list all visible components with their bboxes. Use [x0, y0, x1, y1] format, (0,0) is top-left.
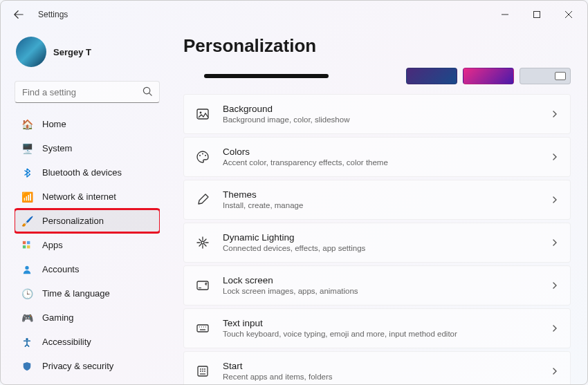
svg-rect-19: [199, 288, 201, 288]
theme-thumbnail[interactable]: [463, 68, 514, 84]
close-button[interactable]: [553, 3, 585, 26]
setting-themes[interactable]: ThemesInstall, create, manage: [183, 180, 571, 220]
sidebar-item-system[interactable]: 🖥️System: [15, 137, 160, 160]
setting-background[interactable]: BackgroundBackground image, color, slide…: [183, 94, 571, 134]
maximize-button[interactable]: [521, 3, 553, 26]
setting-colors[interactable]: ColorsAccent color, transparency effects…: [183, 137, 571, 177]
time-icon: 🕒: [21, 288, 33, 299]
accounts-icon: [21, 264, 33, 275]
titlebar: Settings: [1, 1, 587, 28]
apps-icon: [21, 240, 33, 251]
sidebar-item-apps[interactable]: Apps: [15, 234, 160, 256]
paint-icon: 🖌️: [21, 216, 33, 227]
body: Sergey T 🏠Home 🖥️System Bluetooth & devi…: [1, 28, 587, 384]
setting-title: Colors: [223, 146, 551, 158]
sidebar-item-network[interactable]: 📶Network & internet: [15, 185, 160, 208]
sidebar-item-label: Personalization: [42, 216, 104, 226]
sidebar-item-gaming[interactable]: 🎮Gaming: [15, 306, 160, 329]
svg-point-29: [202, 368, 203, 370]
sidebar-item-label: Apps: [42, 240, 63, 250]
main-content: Personalization BackgroundBackground ima…: [167, 28, 587, 384]
sidebar-item-label: Time & language: [42, 288, 110, 299]
accessibility-icon: [21, 337, 33, 348]
search-wrap: [15, 81, 160, 103]
svg-point-10: [25, 265, 28, 269]
setting-title: Dynamic Lighting: [223, 232, 551, 244]
svg-point-13: [200, 112, 202, 114]
svg-point-15: [202, 153, 203, 155]
sidebar-item-personalization[interactable]: 🖌️Personalization: [15, 209, 160, 232]
gaming-icon: 🎮: [21, 312, 33, 323]
keyboard-icon: [195, 321, 210, 336]
svg-line-5: [149, 93, 151, 95]
search-input[interactable]: [15, 81, 160, 103]
sidebar-item-label: Home: [42, 119, 66, 129]
settings-window: Settings Sergey T 🏠Home 🖥️System Bluetoo: [0, 0, 588, 385]
setting-dynamic-lighting[interactable]: Dynamic LightingConnected devices, effec…: [183, 223, 571, 263]
svg-point-28: [200, 368, 201, 370]
svg-rect-8: [23, 245, 26, 248]
home-icon: 🏠: [21, 119, 33, 130]
minimize-button[interactable]: [489, 3, 521, 26]
sidebar-item-time[interactable]: 🕒Time & language: [15, 282, 160, 305]
sidebar-item-home[interactable]: 🏠Home: [15, 113, 160, 135]
setting-subtitle: Connected devices, effects, app settings: [223, 243, 551, 254]
system-icon: 🖥️: [21, 143, 33, 154]
chevron-right-icon: [551, 110, 559, 118]
lock-icon: [195, 278, 210, 293]
svg-point-4: [143, 87, 149, 93]
sidebar-item-label: Accessibility: [42, 337, 91, 347]
sidebar-item-privacy[interactable]: Privacy & security: [15, 355, 160, 377]
setting-title: Background: [223, 103, 551, 115]
profile-block[interactable]: Sergey T: [15, 32, 160, 74]
brush-icon: [195, 192, 210, 207]
setting-lock-screen[interactable]: Lock screenLock screen images, apps, ani…: [183, 265, 571, 306]
sidebar: Sergey T 🏠Home 🖥️System Bluetooth & devi…: [1, 28, 167, 384]
svg-rect-7: [27, 241, 30, 243]
chevron-right-icon: [551, 238, 559, 247]
nav-list: 🏠Home 🖥️System Bluetooth & devices 📶Netw…: [15, 113, 160, 384]
app-title: Settings: [38, 10, 68, 19]
chevron-right-icon: [551, 196, 559, 204]
theme-preview-row: [183, 66, 571, 86]
sparkle-icon: [195, 235, 210, 250]
svg-rect-1: [534, 12, 540, 18]
theme-thumbnail[interactable]: [520, 68, 571, 84]
svg-rect-9: [27, 245, 30, 248]
wifi-icon: 📶: [21, 191, 33, 203]
bluetooth-icon: [21, 167, 33, 178]
chevron-right-icon: [551, 367, 559, 375]
sidebar-item-label: Network & internet: [42, 191, 116, 202]
sidebar-item-label: Privacy & security: [42, 361, 113, 371]
theme-thumbnail[interactable]: [406, 68, 457, 84]
setting-title: Start: [223, 360, 551, 373]
sidebar-item-accounts[interactable]: Accounts: [15, 258, 160, 281]
palette-icon: [195, 149, 210, 165]
svg-point-30: [204, 368, 205, 370]
svg-point-16: [205, 155, 206, 156]
setting-subtitle: Recent apps and items, folders: [223, 372, 551, 382]
sidebar-item-label: Bluetooth & devices: [42, 167, 122, 178]
setting-start[interactable]: StartRecent apps and items, folders: [183, 351, 571, 384]
back-button[interactable]: [9, 5, 28, 24]
preview-bar: [204, 74, 329, 78]
setting-subtitle: Lock screen images, apps, animations: [223, 286, 551, 297]
setting-text-input[interactable]: Text inputTouch keyboard, voice typing, …: [183, 308, 571, 348]
setting-title: Lock screen: [223, 274, 551, 287]
profile-name: Sergey T: [53, 47, 91, 57]
start-icon: [195, 364, 210, 379]
sidebar-item-update[interactable]: Windows Update: [15, 379, 160, 384]
search-icon: [143, 86, 153, 97]
svg-rect-6: [23, 241, 26, 243]
image-icon: [195, 106, 210, 122]
setting-subtitle: Install, create, manage: [223, 200, 551, 211]
svg-point-33: [204, 370, 205, 372]
svg-point-32: [202, 370, 203, 372]
sidebar-item-accessibility[interactable]: Accessibility: [15, 330, 160, 353]
setting-subtitle: Accent color, transparency effects, colo…: [223, 158, 551, 168]
setting-subtitle: Background image, color, slideshow: [223, 115, 551, 125]
close-icon: [565, 11, 572, 18]
page-title: Personalization: [183, 35, 571, 57]
sidebar-item-bluetooth[interactable]: Bluetooth & devices: [15, 161, 160, 184]
svg-rect-21: [197, 325, 208, 332]
